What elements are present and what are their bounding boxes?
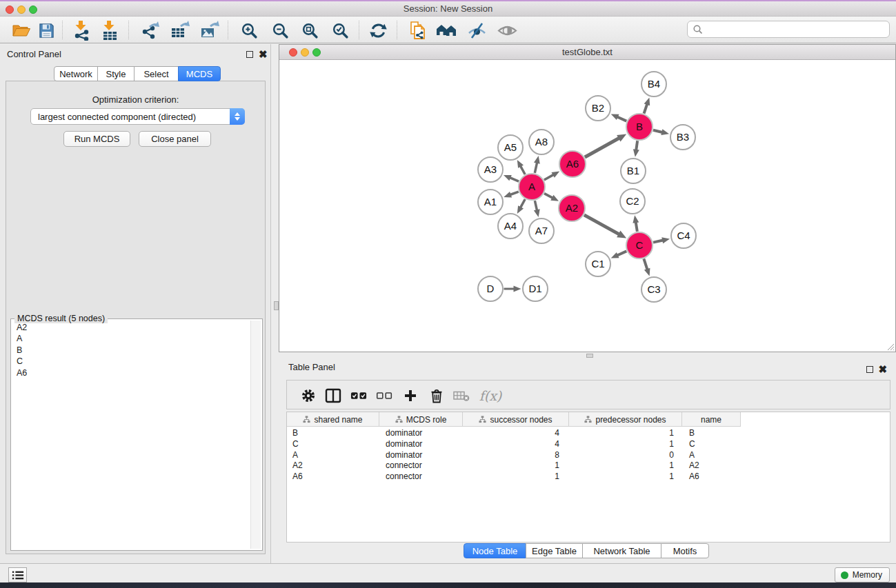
close-panel-button[interactable]: Close panel [139, 131, 211, 147]
table-cell[interactable]: C [287, 439, 379, 450]
column-header-shared-name[interactable]: shared name [287, 412, 379, 427]
window-zoom-button[interactable] [29, 6, 37, 14]
graph-node-A2[interactable]: A2 [559, 195, 585, 221]
import-network-button[interactable] [70, 19, 93, 41]
tab-network[interactable]: Network [54, 66, 98, 81]
network-window-zoom-button[interactable] [312, 48, 321, 57]
table-cell[interactable]: connector [379, 460, 463, 472]
table-cell[interactable]: A [682, 450, 741, 461]
graph-node-A4[interactable]: A4 [498, 214, 523, 239]
graph-node-C1[interactable]: C1 [586, 252, 610, 276]
function-builder-button[interactable]: f(x) [476, 386, 505, 405]
graph-edge-C-C2[interactable] [636, 222, 637, 232]
graph-edge-A-A1[interactable] [510, 192, 519, 194]
graph-edge-B-B4[interactable] [644, 104, 648, 114]
table-cell[interactable]: 4 [463, 439, 569, 450]
horizontal-splitter-handle[interactable] [586, 354, 593, 358]
table-cell[interactable]: B [682, 428, 741, 439]
zoom-in-button[interactable] [237, 19, 261, 41]
graph-node-B3[interactable]: B3 [670, 125, 695, 150]
graph-node-C[interactable]: C [626, 232, 653, 258]
zoom-fit-button[interactable] [298, 19, 321, 41]
task-history-button[interactable] [8, 567, 27, 582]
graph-node-D1[interactable]: D1 [523, 276, 548, 301]
apply-layout-button[interactable] [366, 19, 390, 41]
result-list-item[interactable]: A6 [11, 367, 250, 378]
open-session-button[interactable] [10, 19, 33, 41]
table-cell[interactable]: 1 [569, 439, 682, 450]
window-close-button[interactable] [6, 6, 14, 14]
table-cell[interactable]: 4 [463, 428, 569, 439]
search-input[interactable] [704, 23, 889, 37]
table-cell[interactable]: 1 [569, 460, 682, 472]
result-list-item[interactable]: C [11, 356, 250, 367]
graph-node-A1[interactable]: A1 [478, 190, 503, 214]
graph-node-D[interactable]: D [478, 276, 503, 301]
close-table-panel-icon[interactable]: ✖ [878, 365, 887, 374]
delete-row-button[interactable] [426, 386, 447, 405]
column-header-predecessor-nodes[interactable]: predecessor nodes [569, 412, 682, 427]
result-list-item[interactable]: A [11, 333, 250, 344]
graph-edge-C-C3[interactable] [644, 258, 647, 270]
table-row[interactable]: Bdominator41B [287, 428, 890, 439]
tab-select[interactable]: Select [134, 66, 179, 81]
float-panel-icon[interactable] [246, 51, 253, 58]
run-mcds-button[interactable]: Run MCDS [63, 131, 130, 147]
add-row-button[interactable] [400, 386, 421, 405]
table-cell[interactable]: dominator [379, 450, 463, 461]
delete-column-button[interactable] [451, 386, 472, 405]
tab-node-table[interactable]: Node Table [464, 543, 526, 558]
table-cell[interactable]: 1 [463, 460, 569, 472]
graph-node-B4[interactable]: B4 [641, 72, 666, 97]
window-minimize-button[interactable] [17, 6, 26, 14]
table-cell[interactable]: connector [379, 472, 463, 483]
table-cell[interactable]: 8 [463, 450, 569, 461]
graph-edge-A-A8[interactable] [535, 163, 537, 173]
graph-edge-A-A2[interactable] [544, 194, 552, 198]
graph-edge-C-C1[interactable] [617, 251, 626, 255]
table-cell[interactable]: C [682, 439, 741, 450]
zoom-out-button[interactable] [268, 19, 292, 41]
graph-node-A3[interactable]: A3 [478, 157, 503, 182]
graph-node-A7[interactable]: A7 [529, 219, 554, 243]
graph-node-B[interactable]: B [626, 114, 653, 140]
result-list-item[interactable]: B [11, 345, 250, 356]
graph-node-C4[interactable]: C4 [671, 223, 696, 248]
table-row[interactable]: A2connector11A2 [287, 460, 890, 472]
table-cell[interactable]: B [287, 428, 379, 439]
table-cell[interactable]: A [287, 450, 379, 461]
show-graphics-details-button[interactable] [495, 19, 519, 41]
graph-node-A8[interactable]: A8 [529, 130, 554, 154]
graph-node-A5[interactable]: A5 [498, 135, 523, 160]
show-hide-vizmapper-button[interactable] [465, 19, 488, 41]
criterion-dropdown[interactable]: largest connected component (directed) [30, 108, 245, 125]
graph-edge-B-B1[interactable] [636, 141, 637, 150]
graph-node-B1[interactable]: B1 [621, 159, 646, 183]
column-header-MCDS-role[interactable]: MCDS role [379, 412, 463, 427]
table-row[interactable]: A6connector11A6 [287, 472, 890, 483]
table-cell[interactable]: 1 [463, 472, 569, 483]
network-window-close-button[interactable] [289, 48, 297, 57]
new-network-from-selection-button[interactable] [406, 19, 429, 41]
zoom-selected-button[interactable] [328, 19, 352, 41]
network-graph[interactable]: AA1A2A3A4A5A6A7A8BB1B2B3B4CC1C2C3C4DD1 [279, 60, 895, 352]
memory-button[interactable]: Memory [835, 567, 890, 582]
graph-edge-A6-B[interactable] [585, 138, 619, 157]
graph-edge-A-A3[interactable] [510, 178, 519, 181]
vertical-splitter-handle[interactable] [274, 301, 279, 310]
graph-edge-A-A5[interactable] [521, 166, 526, 174]
tab-network-table[interactable]: Network Table [582, 543, 661, 558]
export-network-button[interactable] [139, 19, 162, 41]
network-window-titlebar[interactable]: testGlobe.txt [279, 45, 895, 60]
graph-edge-C-C4[interactable] [653, 241, 663, 243]
table-settings-button[interactable] [298, 386, 319, 405]
table-cell[interactable]: 0 [569, 450, 682, 461]
table-cell[interactable]: 1 [569, 472, 682, 483]
network-window-minimize-button[interactable] [301, 48, 309, 57]
tab-motifs[interactable]: Motifs [661, 543, 709, 558]
graph-edge-A-A6[interactable] [544, 174, 554, 180]
table-cell[interactable]: dominator [379, 439, 463, 450]
result-list-scrollbar[interactable] [250, 321, 261, 549]
graph-node-B2[interactable]: B2 [586, 96, 610, 121]
tab-style[interactable]: Style [97, 66, 135, 81]
